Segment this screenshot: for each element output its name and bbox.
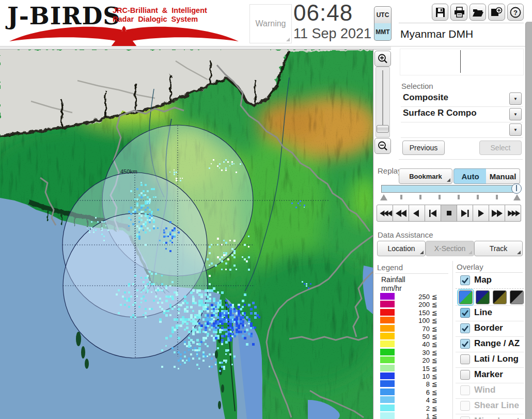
rain-echo-pixel <box>217 291 219 293</box>
rain-echo-pixel <box>231 327 233 329</box>
auto-mode-button[interactable]: Auto <box>453 168 487 184</box>
zoom-out-button[interactable] <box>374 138 391 154</box>
playback-stop-button[interactable] <box>441 205 457 222</box>
rain-echo-pixel <box>248 246 249 247</box>
checkbox-lati-long[interactable] <box>460 354 470 364</box>
checkbox-range-az[interactable] <box>460 339 470 349</box>
timezone-utc-button[interactable]: UTC <box>374 6 392 24</box>
rain-echo-pixel <box>225 353 227 355</box>
rain-echo-pixel <box>138 236 140 238</box>
track-button[interactable]: Track <box>474 241 523 256</box>
rain-echo-pixel <box>221 362 223 364</box>
dropdown-product[interactable]: Surface R Compo ▼ <box>401 106 523 122</box>
radar-map-canvas[interactable]: 450km <box>0 50 373 419</box>
rain-echo-pixel <box>93 229 94 230</box>
rain-echo-pixel <box>147 207 149 209</box>
playback-step-back-button[interactable] <box>425 205 441 222</box>
warning-button[interactable]: Warning <box>249 4 292 43</box>
dropdown-category[interactable]: Composite ▼ <box>401 91 523 107</box>
previous-button[interactable]: Previous <box>402 141 445 155</box>
playback-play-button[interactable] <box>473 205 489 222</box>
rain-echo-pixel <box>182 178 183 179</box>
x-section-button[interactable]: X-Section <box>426 241 474 256</box>
checkbox-marker[interactable] <box>460 370 470 380</box>
rain-echo-pixel <box>145 223 147 225</box>
rain-echo-pixel <box>143 211 144 212</box>
station-title: Myanmar DMH <box>400 28 473 40</box>
playback-rew3-button[interactable] <box>377 205 393 222</box>
chevron-down-icon[interactable]: ▼ <box>509 92 522 105</box>
rain-echo-pixel <box>217 256 219 258</box>
replay-timeline-slider[interactable] <box>381 185 518 193</box>
playback-rew2-button[interactable] <box>393 205 409 222</box>
rain-echo-pixel <box>190 314 193 317</box>
rain-echo-pixel <box>215 337 217 339</box>
checkbox-shear-line[interactable] <box>460 401 470 411</box>
checkbox-wind[interactable] <box>460 385 470 395</box>
rain-echo-pixel <box>221 366 223 368</box>
rain-echo-pixel <box>124 304 126 306</box>
rain-echo-pixel <box>180 324 182 327</box>
rain-echo-pixel <box>223 360 225 362</box>
rain-echo-pixel <box>159 300 161 301</box>
rain-echo-pixel <box>140 215 143 217</box>
map-style-icon <box>510 291 523 304</box>
print-button[interactable] <box>450 4 467 21</box>
map-style-3[interactable] <box>493 290 507 304</box>
rain-echo-pixel <box>196 343 198 345</box>
slider-tick <box>439 195 441 199</box>
location-button[interactable]: Location <box>377 241 426 256</box>
checkbox-map[interactable] <box>460 275 470 285</box>
rain-echo-pixel <box>130 207 132 209</box>
chevron-down-icon[interactable]: ▼ <box>509 108 522 120</box>
slider-end-marker-icon[interactable] <box>513 194 521 200</box>
rain-echo-pixel <box>143 289 145 291</box>
legend-swatch <box>380 340 395 347</box>
playback-step-next-button[interactable] <box>457 205 473 222</box>
timezone-mmt-button[interactable]: MMT <box>374 23 392 41</box>
rain-echo-pixel <box>159 318 162 321</box>
corner-grip-icon <box>517 251 521 254</box>
zoom-slider[interactable] <box>375 67 390 137</box>
playback-rev-button[interactable] <box>409 205 425 222</box>
rain-echo-pixel <box>209 322 211 324</box>
checkbox-border[interactable] <box>460 323 470 333</box>
chevron-down-icon[interactable]: ▼ <box>509 123 522 136</box>
select-button[interactable]: Select <box>479 141 522 155</box>
rain-echo-pixel <box>188 331 191 333</box>
open-folder-button[interactable] <box>470 4 486 21</box>
rain-echo-pixel <box>153 225 155 227</box>
map-style-2[interactable] <box>476 290 490 304</box>
slider-start-marker-icon[interactable] <box>380 194 387 200</box>
manual-mode-button[interactable]: Manual <box>486 168 520 184</box>
map-style-1-selected[interactable] <box>459 290 473 304</box>
overlay-rule <box>456 272 523 273</box>
zoom-slider-thumb[interactable] <box>377 125 389 133</box>
map-style-4[interactable] <box>510 290 524 304</box>
rain-echo-pixel <box>205 289 207 292</box>
legend-unit-line2: mm/hr <box>381 284 405 293</box>
section-separator <box>399 159 523 160</box>
legend-lte-symbol: ≦ <box>432 333 437 340</box>
dropdown-extra[interactable]: ▼ <box>401 122 523 138</box>
replay-slider-thumb[interactable] <box>511 183 522 194</box>
checkbox-line[interactable] <box>460 308 470 318</box>
zoom-in-button[interactable] <box>374 51 391 67</box>
rain-echo-pixel <box>130 190 132 192</box>
add-image-button[interactable] <box>488 4 505 21</box>
rain-echo-pixel <box>169 304 171 306</box>
rain-echo-pixel <box>136 289 138 291</box>
rain-echo-pixel <box>250 335 253 337</box>
window-edge-strip[interactable] <box>525 22 532 419</box>
playback-fwd2-button[interactable] <box>489 205 505 222</box>
help-button[interactable]: ? <box>507 4 524 21</box>
rain-echo-pixel <box>223 314 225 316</box>
rain-echo-pixel <box>240 331 242 333</box>
rain-echo-pixel <box>244 304 246 306</box>
playback-fwd3-button[interactable] <box>505 205 521 222</box>
checkbox-microburst[interactable] <box>460 416 470 419</box>
bookmark-button[interactable]: Bookmark <box>399 168 452 184</box>
rain-echo-pixel <box>136 225 138 227</box>
save-button[interactable] <box>432 4 448 21</box>
rain-echo-pixel <box>246 260 247 262</box>
